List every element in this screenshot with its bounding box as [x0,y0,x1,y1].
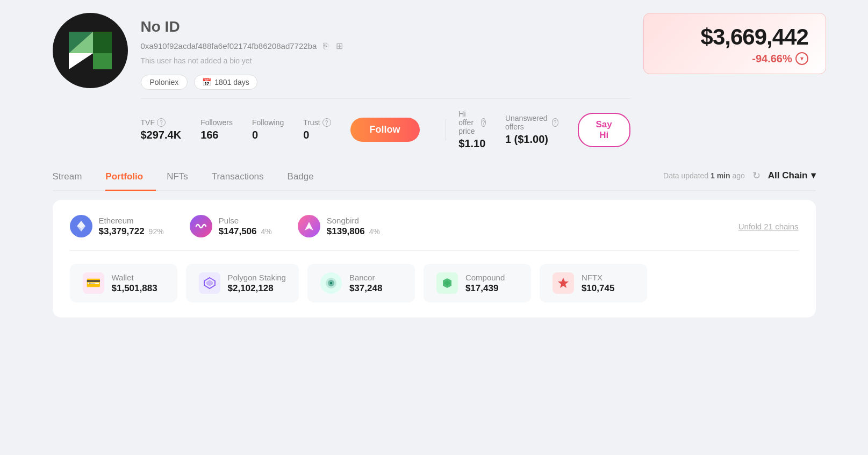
compound-protocol-value: $17,439 [465,283,505,294]
protocols-row: 💳 Wallet $1,501,883 Polygon Staking $2,1… [70,264,799,302]
following-stat: Following 0 [252,118,303,141]
tab-nfts[interactable]: NFTs [167,166,201,191]
bancor-protocol-logo [320,272,342,294]
qr-code-button[interactable]: ⊞ [335,40,344,52]
followers-stat: Followers 166 [200,118,252,141]
nftx-protocol-name: NFTX [582,273,614,282]
svg-marker-4 [93,53,112,69]
svg-marker-2 [93,32,112,53]
days-label: 1801 days [214,78,249,86]
protocol-card-nftx[interactable]: NFTX $10,745 [540,264,647,302]
page-wrapper: No ID 0xa910f92acdaf488fa6ef02174fb86208… [31,0,837,330]
hi-offer-label: Hi offer price [458,110,479,135]
unanswered-label: Unanswered offers [505,114,550,131]
chains-row: Ethereum $3,379,722 92% Pulse [70,215,799,251]
wallet-protocol-logo: 💳 [83,272,104,294]
polygon-staking-protocol-logo [199,272,220,294]
tvf-stat: TVF ? $297.4K [141,118,201,141]
chain-selector[interactable]: All Chain ▾ [768,170,816,181]
chain-selector-chevron-icon: ▾ [811,170,816,181]
chain-selector-label: All Chain [768,170,808,181]
bancor-protocol-info: Bancor $37,248 [349,273,382,294]
trust-help-icon[interactable]: ? [322,118,331,127]
chain-item-ethereum: Ethereum $3,379,722 92% [70,215,164,237]
chain-pct-ethereum: 92% [149,227,164,236]
exchange-tag[interactable]: Poloniex [141,75,188,90]
tab-transactions[interactable]: Transactions [212,166,277,191]
value-card: $3,669,442 -94.66% ▾ [643,13,826,74]
protocol-card-wallet[interactable]: 💳 Wallet $1,501,883 [70,264,177,302]
unfold-chains-link[interactable]: Unfold 21 chains [738,222,799,231]
portfolio-container: Ethereum $3,379,722 92% Pulse [53,200,816,317]
chain-item-pulse: Pulse $147,506 4% [190,215,272,237]
total-value: $3,669,442 [661,24,808,50]
unanswered-value: 1 ($1.00) [505,133,558,146]
compound-protocol-info: Compound $17,439 [465,273,505,294]
following-label: Following [252,118,284,127]
wallet-protocol-value: $1,501,883 [112,283,157,294]
change-percent: -94.66% [752,53,792,65]
bancor-protocol-value: $37,248 [349,283,382,294]
change-row: -94.66% ▾ [661,52,808,65]
protocol-card-compound[interactable]: Compound $17,439 [424,264,531,302]
followers-label: Followers [200,118,233,127]
wallet-address: 0xa910f92acdaf488fa6ef02174fb86208ad7722… [141,41,317,50]
chain-info-songbird: Songbird $139,806 4% [327,216,380,237]
profile-info: No ID 0xa910f92acdaf488fa6ef02174fb86208… [141,13,630,150]
songbird-logo [298,215,320,237]
svg-point-13 [330,282,332,284]
trust-stat: Trust ? 0 [303,118,350,141]
stats-row: TVF ? $297.4K Followers 166 Following 0 [141,98,630,150]
tab-stream[interactable]: Stream [53,166,95,191]
say-hi-button[interactable]: Say Hi [578,113,630,147]
divider [446,119,446,141]
tabs-right: Data updated 1 min ago ↻ All Chain ▾ [663,170,815,186]
tags-row: Poloniex 📅 1801 days [141,75,630,90]
profile-header: No ID 0xa910f92acdaf488fa6ef02174fb86208… [53,13,816,150]
chain-name-pulse: Pulse [219,216,272,225]
polygon-staking-protocol-info: Polygon Staking $2,102,128 [228,273,286,294]
pulse-logo [190,215,212,237]
chain-info-ethereum: Ethereum $3,379,722 92% [99,216,164,237]
chain-name-songbird: Songbird [327,216,380,225]
followers-value: 166 [200,129,233,141]
avatar [53,13,128,88]
chain-pct-songbird: 4% [369,227,380,236]
compound-protocol-logo [436,272,458,294]
tvf-value: $297.4K [141,129,182,141]
data-updated-label: Data updated 1 min ago [663,171,745,180]
protocol-card-polygon-staking[interactable]: Polygon Staking $2,102,128 [186,264,299,302]
unanswered-help-icon[interactable]: ? [552,118,558,127]
calendar-icon: 📅 [202,78,211,86]
copy-address-button[interactable]: ⎘ [322,40,329,52]
trust-label: Trust [303,118,320,127]
polygon-staking-protocol-value: $2,102,128 [228,283,286,294]
compound-protocol-name: Compound [465,273,505,282]
tvf-label: TVF [141,118,155,127]
chain-pct-pulse: 4% [261,227,272,236]
wallet-protocol-name: Wallet [112,273,157,282]
profile-name: No ID [141,18,630,35]
ethereum-logo [70,215,92,237]
chain-value-ethereum: $3,379,722 [99,226,145,237]
tab-portfolio[interactable]: Portfolio [105,166,156,191]
wallet-protocol-info: Wallet $1,501,883 [112,273,157,294]
nftx-protocol-info: NFTX $10,745 [582,273,614,294]
svg-marker-5 [69,53,93,69]
profile-bio: This user has not added a bio yet [141,56,630,65]
svg-marker-16 [558,278,569,288]
hi-offer-help-icon[interactable]: ? [481,118,486,127]
refresh-icon[interactable]: ↻ [752,170,761,182]
chain-info-pulse: Pulse $147,506 4% [219,216,272,237]
chevron-down-icon[interactable]: ▾ [795,52,808,65]
offer-section: Hi offer price ? $1.10 Unanswered offers… [458,110,630,150]
tab-badge[interactable]: Badge [288,166,327,191]
follow-button[interactable]: Follow [350,118,420,142]
wallet-address-row: 0xa910f92acdaf488fa6ef02174fb86208ad7722… [141,40,630,52]
chain-item-songbird: Songbird $139,806 4% [298,215,380,237]
polygon-staking-protocol-name: Polygon Staking [228,273,286,282]
following-value: 0 [252,129,284,141]
protocol-card-bancor[interactable]: Bancor $37,248 [307,264,415,302]
hi-offer-stat: Hi offer price ? $1.10 [458,110,486,150]
tvf-help-icon[interactable]: ? [157,118,166,127]
